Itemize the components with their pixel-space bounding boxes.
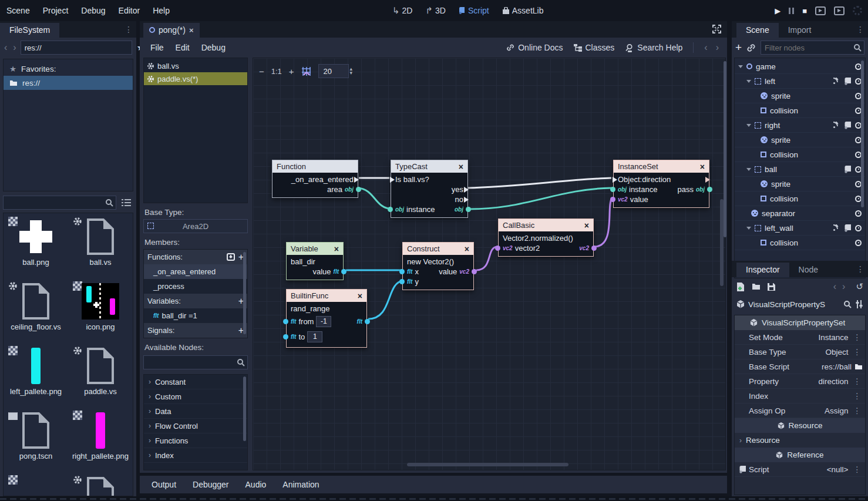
- seq-in-port[interactable]: [390, 177, 395, 183]
- port-y-in[interactable]: [399, 279, 405, 284]
- port-from-in[interactable]: [283, 319, 288, 324]
- close-node-icon[interactable]: ×: [459, 162, 463, 172]
- node-variable[interactable]: Variable× ball_dir valueflt: [286, 242, 344, 280]
- port-value-out[interactable]: [472, 269, 477, 274]
- stop-button[interactable]: ■: [802, 6, 807, 15]
- port-result-out[interactable]: [591, 246, 597, 251]
- tree-row-left[interactable]: left: [735, 74, 865, 89]
- prop-options-icon[interactable]: ⋮: [852, 391, 863, 401]
- port-x-in[interactable]: [399, 269, 405, 274]
- object-header[interactable]: VisualScriptPropertySet: [735, 315, 865, 330]
- nav-forward-button[interactable]: ›: [11, 42, 18, 53]
- menu-help[interactable]: Help: [146, 6, 176, 15]
- file-icon-png[interactable]: icon.png: [68, 281, 133, 346]
- prop-index[interactable]: Index⋮: [735, 389, 865, 404]
- filter-nodes-input[interactable]: [761, 41, 864, 54]
- file-ball-vs[interactable]: ball.vs: [68, 217, 133, 281]
- close-node-icon[interactable]: ×: [584, 221, 589, 230]
- file-ceiling-floor-vs[interactable]: ceiling_floor.vs: [4, 281, 68, 346]
- tree-row-collision[interactable]: collision: [735, 103, 865, 118]
- port-instance-out[interactable]: [466, 207, 471, 212]
- close-tab-icon[interactable]: ×: [189, 26, 194, 35]
- visibility-icon[interactable]: [855, 240, 862, 246]
- visibility-icon[interactable]: [855, 210, 862, 217]
- visibility-icon[interactable]: [855, 225, 862, 231]
- file-right-pallete-png[interactable]: right_pallete.png: [68, 411, 133, 475]
- categories-scrollbar[interactable]: [243, 376, 246, 441]
- variable-item[interactable]: flt ball_dir =1: [144, 308, 247, 323]
- seq-in-port[interactable]: [613, 177, 617, 183]
- node-typecast[interactable]: TypeCast× Is ball.vs? yes no objinstance…: [391, 160, 468, 218]
- path-input[interactable]: [21, 41, 132, 55]
- collapse-icon[interactable]: [746, 124, 751, 127]
- prop-set-mode[interactable]: Set ModeInstance⋮: [735, 330, 865, 345]
- to-value-field[interactable]: 1: [307, 331, 322, 342]
- file-paddle-vs[interactable]: paddle.vs: [68, 346, 133, 411]
- category-custom[interactable]: ›Custom: [144, 389, 247, 404]
- menu-editor[interactable]: Editor: [112, 6, 147, 15]
- canvas-hscrollbar[interactable]: [407, 463, 568, 466]
- zoom-out-button[interactable]: −: [259, 66, 264, 76]
- file-item-clipped[interactable]: [68, 475, 133, 496]
- menu-edit[interactable]: Edit: [170, 43, 196, 52]
- prop-options-icon[interactable]: ⋮: [852, 376, 863, 386]
- tree-row-collision[interactable]: collision: [735, 236, 865, 250]
- tree-row-game[interactable]: game: [735, 59, 865, 74]
- tab-animation[interactable]: Animation: [277, 480, 325, 489]
- port-to-in[interactable]: [283, 334, 288, 339]
- dock-options-icon[interactable]: ⋮: [125, 25, 133, 34]
- members-scrollbar[interactable]: [243, 252, 246, 334]
- tree-row-collision[interactable]: collision: [735, 147, 865, 162]
- section-resource[interactable]: Resource: [735, 418, 865, 433]
- collapse-icon[interactable]: [746, 168, 751, 171]
- prop-options-icon[interactable]: ⋮: [852, 406, 863, 415]
- menu-scene[interactable]: Scene: [0, 6, 36, 15]
- from-value-field[interactable]: -1: [316, 316, 331, 327]
- favorite-res-row[interactable]: res://: [4, 76, 133, 90]
- snap-down-icon[interactable]: ▾: [350, 71, 353, 75]
- tab-audio[interactable]: Audio: [240, 480, 272, 489]
- node-function[interactable]: Function _on_area_entered areaobj: [272, 160, 358, 198]
- tab-import[interactable]: Import: [779, 23, 821, 38]
- tree-scrollbar[interactable]: [861, 60, 864, 207]
- port-area-out[interactable]: [356, 187, 361, 192]
- folder-icon[interactable]: [854, 364, 863, 370]
- workspace-assetlib-button[interactable]: AssetLib: [497, 6, 549, 15]
- search-help-button[interactable]: Search Help: [625, 43, 682, 52]
- seq-no-port[interactable]: [464, 197, 469, 203]
- base-type-box[interactable]: Area2D: [143, 219, 248, 233]
- script-icon[interactable]: [845, 166, 851, 173]
- play-custom-scene-button[interactable]: [834, 6, 845, 15]
- node-construct[interactable]: Construct× new Vector2() fltxvaluevc2 fl…: [402, 242, 474, 290]
- category-data[interactable]: ›Data: [144, 404, 247, 419]
- tab-pong[interactable]: pong(*) ×: [143, 23, 200, 38]
- menu-debug-editor[interactable]: Debug: [196, 43, 231, 52]
- dock-options-icon[interactable]: ⋮: [856, 25, 864, 34]
- node-instanceset[interactable]: InstanceSet× Object:direction objinstanc…: [613, 160, 709, 208]
- category-index[interactable]: ›Index: [144, 448, 247, 463]
- close-node-icon[interactable]: ×: [700, 162, 705, 172]
- port-instance-in[interactable]: [610, 187, 615, 192]
- filesystem-search-input[interactable]: [4, 196, 116, 209]
- zoom-in-button[interactable]: +: [289, 66, 294, 76]
- category-flow-control[interactable]: ›Flow Control: [144, 419, 247, 433]
- prop-base-script[interactable]: Base Scriptres://ball: [735, 359, 865, 374]
- script-item-paddle[interactable]: paddle.vs(*): [144, 72, 247, 85]
- snap-grid-icon[interactable]: [301, 66, 311, 76]
- history-forward-icon[interactable]: ›: [716, 42, 719, 53]
- file-left-pallete-png[interactable]: left_pallete.png: [4, 346, 68, 411]
- category-functions[interactable]: ›Functions: [144, 433, 247, 448]
- tree-row-sprite[interactable]: sprite: [735, 133, 865, 147]
- distraction-free-icon[interactable]: [712, 25, 721, 33]
- view-mode-toggle[interactable]: [119, 196, 133, 210]
- script-icon[interactable]: [845, 122, 851, 129]
- workspace-2d-button[interactable]: ↳2D: [388, 5, 417, 16]
- menu-project[interactable]: Project: [36, 6, 75, 15]
- search-icon[interactable]: [843, 300, 852, 308]
- prop-options-icon[interactable]: ⋮: [852, 347, 863, 357]
- online-docs-button[interactable]: Online Docs: [506, 43, 563, 52]
- workspace-script-button[interactable]: Script: [454, 6, 494, 15]
- classes-button[interactable]: Classes: [574, 43, 615, 52]
- node-callbasic[interactable]: CallBasic× Vector2.normalized() vc2vecto…: [498, 218, 594, 257]
- tune-icon[interactable]: [855, 300, 863, 308]
